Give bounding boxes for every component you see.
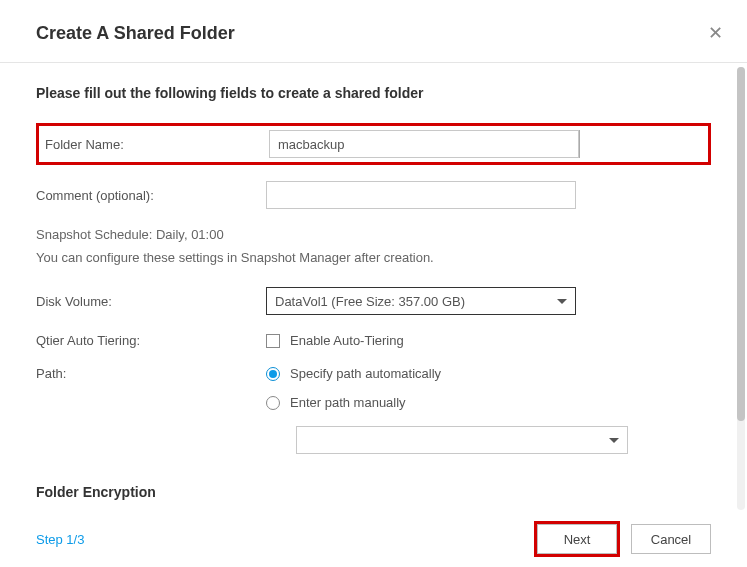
qtier-label: Qtier Auto Tiering: xyxy=(36,333,266,348)
instruction-text: Please fill out the following fields to … xyxy=(36,85,711,101)
path-auto-label: Specify path automatically xyxy=(290,366,441,381)
manual-path-select[interactable] xyxy=(296,426,628,454)
next-button[interactable]: Next xyxy=(537,524,617,554)
path-manual-option[interactable]: Enter path manually xyxy=(266,395,406,410)
path-manual-label: Enter path manually xyxy=(290,395,406,410)
dialog-title: Create A Shared Folder xyxy=(36,23,235,44)
enable-auto-tiering-checkbox[interactable] xyxy=(266,334,280,348)
scrollbar-track[interactable] xyxy=(737,67,745,510)
specify-path-auto-radio[interactable] xyxy=(266,367,280,381)
close-icon[interactable]: ✕ xyxy=(704,18,727,48)
disk-volume-select[interactable]: DataVol1 (Free Size: 357.00 GB) xyxy=(266,287,576,315)
enter-path-manually-radio[interactable] xyxy=(266,396,280,410)
manual-path-select-row xyxy=(296,426,628,454)
snapshot-hint-text: You can configure these settings in Snap… xyxy=(36,250,711,265)
path-row-manual: Enter path manually xyxy=(36,395,711,410)
folder-name-row: Folder Name: xyxy=(36,123,711,165)
snapshot-schedule-text: Snapshot Schedule: Daily, 01:00 xyxy=(36,227,711,242)
path-label: Path: xyxy=(36,366,266,381)
folder-name-input[interactable] xyxy=(269,130,579,158)
form-content: Please fill out the following fields to … xyxy=(0,63,747,514)
disk-volume-row: Disk Volume: DataVol1 (Free Size: 357.00… xyxy=(36,287,711,315)
qtier-row: Qtier Auto Tiering: Enable Auto-Tiering xyxy=(36,333,711,348)
folder-encryption-title: Folder Encryption xyxy=(36,484,711,500)
comment-row: Comment (optional): xyxy=(36,181,711,209)
folder-name-label: Folder Name: xyxy=(45,137,269,152)
chevron-down-icon xyxy=(609,438,619,443)
qtier-option[interactable]: Enable Auto-Tiering xyxy=(266,333,404,348)
scrollbar-thumb[interactable] xyxy=(737,67,745,421)
step-indicator: Step 1/3 xyxy=(36,532,84,547)
content-wrapper: Please fill out the following fields to … xyxy=(0,63,747,514)
dialog-header: Create A Shared Folder ✕ xyxy=(0,0,747,63)
path-row-auto: Path: Specify path automatically xyxy=(36,366,711,381)
path-auto-option[interactable]: Specify path automatically xyxy=(266,366,441,381)
comment-input[interactable] xyxy=(266,181,576,209)
cancel-button[interactable]: Cancel xyxy=(631,524,711,554)
disk-volume-value: DataVol1 (Free Size: 357.00 GB) xyxy=(275,294,465,309)
chevron-down-icon xyxy=(557,299,567,304)
qtier-checkbox-label: Enable Auto-Tiering xyxy=(290,333,404,348)
disk-volume-label: Disk Volume: xyxy=(36,294,266,309)
footer-buttons: Next Cancel xyxy=(537,524,711,554)
dialog-footer: Step 1/3 Next Cancel xyxy=(0,511,747,567)
comment-label: Comment (optional): xyxy=(36,188,266,203)
